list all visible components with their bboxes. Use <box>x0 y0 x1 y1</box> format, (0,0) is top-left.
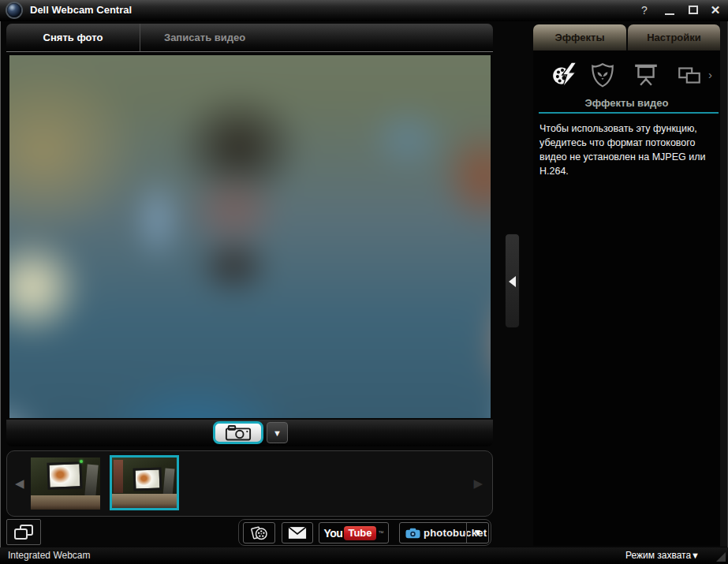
media-album-button[interactable] <box>243 522 275 543</box>
webcam-live-image <box>9 55 491 418</box>
frame-effects-icon[interactable] <box>676 62 704 88</box>
effects-notice-text: Чтобы использовать эту функцию, убедитес… <box>539 121 719 179</box>
tab-record-video[interactable]: Записать видео <box>140 24 493 51</box>
video-effects-icon[interactable] <box>551 62 579 88</box>
title-bar: Dell Webcam Central ? ✕ <box>0 0 728 21</box>
content-divider <box>6 51 493 52</box>
youtube-upload-button[interactable]: You Tube ™ <box>319 522 389 543</box>
open-gallery-folder-button[interactable] <box>6 519 41 545</box>
thumbnail-monitor <box>133 467 162 491</box>
scene-effects-icon[interactable] <box>633 62 661 88</box>
email-icon <box>288 526 307 540</box>
thumbnail-desk <box>31 495 100 510</box>
camera-snapshot-icon <box>225 424 252 442</box>
gallery-prev-button[interactable]: ◀ <box>15 476 24 491</box>
app-window: Dell Webcam Central ? ✕ Снять фото Запис… <box>0 0 728 564</box>
section-underline <box>539 112 719 114</box>
status-bar: Integrated Webcam Режим захвата▼ <box>0 547 728 564</box>
gallery-next-button[interactable]: ▶ <box>473 476 483 491</box>
youtube-trademark: ™ <box>379 530 384 536</box>
photo-stack-icon <box>12 523 35 542</box>
close-button[interactable]: ✕ <box>707 2 724 18</box>
take-snapshot-button[interactable] <box>213 421 263 444</box>
email-share-button[interactable] <box>282 522 313 543</box>
photobucket-upload-button[interactable]: photobucket ▼ <box>399 522 489 543</box>
thumbnail-pc-tower <box>162 469 174 498</box>
share-options-dropdown[interactable]: ▼ <box>467 523 488 543</box>
tab-effects[interactable]: Эффекты <box>533 24 626 50</box>
resize-grip[interactable] <box>716 552 726 562</box>
thumbnail-monitor <box>47 461 83 490</box>
minimize-button[interactable] <box>661 2 678 18</box>
film-reel-icon <box>249 524 270 543</box>
thumbnail-pc-tower <box>84 465 99 498</box>
thumbnail-desk <box>112 494 177 508</box>
tab-settings[interactable]: Настройки <box>628 24 720 50</box>
device-name-label: Integrated Webcam <box>8 550 91 561</box>
gallery-thumbnail-2-selected[interactable] <box>110 455 179 510</box>
help-button[interactable]: ? <box>636 2 653 18</box>
window-right-edge <box>720 21 727 547</box>
effects-section-header: Эффекты видео <box>533 97 720 109</box>
window-title: Dell Webcam Central <box>30 4 132 16</box>
webcam-lens-icon <box>7 3 21 17</box>
snapshot-options-dropdown[interactable]: ▼ <box>267 422 288 443</box>
maximize-icon <box>689 6 698 14</box>
thumbnail-detail <box>80 460 83 463</box>
mask-effects-icon[interactable] <box>589 62 618 88</box>
youtube-logo-tube: Tube <box>344 526 375 540</box>
panel-collapse-handle[interactable] <box>505 233 520 328</box>
capture-mode-dropdown[interactable]: Режим захвата▼ <box>625 550 700 561</box>
capture-mode-label: Режим захвата <box>625 550 691 561</box>
gallery-strip: ◀ ▶ <box>6 450 493 517</box>
more-effects-arrow[interactable]: › <box>708 68 712 81</box>
effects-panel: › Эффекты видео Чтобы использовать эту ф… <box>533 50 720 546</box>
arrow-left-icon <box>509 276 516 287</box>
maximize-button[interactable] <box>685 2 702 18</box>
share-toolbar: You Tube ™ photobucket ▼ <box>238 519 491 546</box>
tab-take-photo[interactable]: Снять фото <box>6 24 140 51</box>
youtube-logo-you: You <box>324 527 343 540</box>
gallery-thumbnail-1[interactable] <box>31 458 100 510</box>
webcam-preview <box>9 55 491 418</box>
thumbnail-detail <box>114 460 123 493</box>
minimize-icon <box>665 13 674 15</box>
chevron-down-icon: ▼ <box>691 551 700 560</box>
photobucket-camera-icon <box>405 528 420 539</box>
